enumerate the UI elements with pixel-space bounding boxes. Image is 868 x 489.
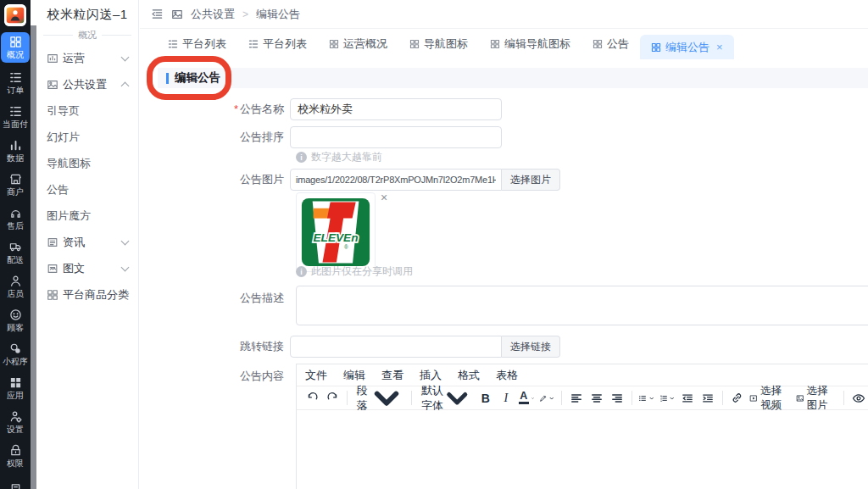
text-color-button[interactable]: A bbox=[516, 388, 537, 408]
rail-item-data[interactable]: 数据 bbox=[0, 134, 31, 168]
announcement-description-textarea[interactable] bbox=[296, 286, 868, 325]
numbered-list-button[interactable] bbox=[657, 388, 677, 408]
sidebar-item-nav-icons[interactable]: 导航图标 bbox=[36, 150, 138, 176]
tab-nav-icons[interactable]: 导航图标 bbox=[398, 29, 479, 59]
tab-operations-overview[interactable]: 运营概况 bbox=[318, 29, 398, 59]
menu-file[interactable]: 文件 bbox=[305, 368, 327, 383]
rail-item-settings[interactable]: 设置 bbox=[0, 405, 31, 439]
choose-image-button[interactable]: 选择图片 bbox=[502, 169, 560, 191]
app-title: 校米粒闪送–1 bbox=[36, 7, 138, 23]
outdent-button[interactable] bbox=[677, 388, 698, 408]
jump-link-input[interactable] bbox=[290, 336, 502, 358]
apps-icon bbox=[9, 376, 22, 389]
breadcrumb-separator: > bbox=[242, 8, 248, 20]
image-text-icon bbox=[47, 263, 58, 275]
sidebar-item-guide-page[interactable]: 引导页 bbox=[36, 97, 138, 124]
field-label: 公告描述 bbox=[188, 287, 290, 309]
toolbar-separator bbox=[411, 391, 412, 405]
menu-edit[interactable]: 编辑 bbox=[343, 368, 365, 383]
remove-image-icon[interactable]: × bbox=[381, 192, 387, 203]
menu-fold-icon[interactable] bbox=[151, 8, 164, 20]
tab-edit-announcement[interactable]: 编辑公告 × bbox=[640, 35, 734, 59]
sidebar-item-announcement[interactable]: 公告 bbox=[36, 176, 138, 203]
form-row-name: *公告名称 bbox=[188, 98, 502, 120]
rail-item-permissions[interactable]: 权限 bbox=[0, 439, 31, 473]
sidebar-item-image-cube[interactable]: 图片魔方 bbox=[36, 203, 138, 229]
undo-button[interactable] bbox=[302, 388, 322, 408]
sidebar-item-slideshow[interactable]: 幻灯片 bbox=[36, 124, 138, 150]
choose-video-button[interactable]: 选择视频 bbox=[747, 388, 793, 408]
rail-item-label: 顾客 bbox=[7, 323, 24, 332]
toolbar-separator bbox=[561, 391, 562, 405]
menu-table[interactable]: 表格 bbox=[496, 368, 518, 383]
choose-image-editor-button[interactable]: 选择图片 bbox=[793, 388, 839, 408]
paragraph-style-select[interactable]: 段落 bbox=[352, 388, 408, 408]
font-family-select[interactable]: 默认字体 bbox=[416, 388, 476, 408]
redo-button[interactable] bbox=[322, 388, 342, 408]
tab-edit-nav-icons[interactable]: 编辑导航图标 bbox=[479, 29, 581, 59]
bullet-list-button[interactable] bbox=[636, 388, 656, 408]
rail-item-customers[interactable]: 顾客 bbox=[0, 303, 31, 337]
announcement-image-path-input[interactable] bbox=[290, 169, 502, 191]
rail-item-staff[interactable]: 店员 bbox=[0, 270, 31, 303]
rail-item-aftersale[interactable]: 售后 bbox=[0, 202, 31, 236]
field-label: *公告名称 bbox=[188, 98, 290, 120]
announcement-sort-input[interactable] bbox=[290, 126, 502, 148]
menu-insert[interactable]: 插入 bbox=[420, 368, 442, 383]
tab-platform-list-2[interactable]: 平台列表 bbox=[237, 29, 318, 59]
menu-format[interactable]: 格式 bbox=[458, 368, 480, 383]
grid-icon bbox=[9, 36, 22, 48]
menu-view[interactable]: 查看 bbox=[381, 368, 403, 383]
rail-item-overview[interactable]: 概况 bbox=[1, 32, 30, 63]
announcement-name-input[interactable] bbox=[290, 98, 502, 120]
lock-icon bbox=[9, 444, 22, 457]
align-left-button[interactable] bbox=[566, 388, 587, 408]
chevron-up-icon bbox=[121, 82, 130, 91]
insert-link-button[interactable] bbox=[726, 388, 747, 408]
sidebar-item-platform-categories[interactable]: 平台商品分类 bbox=[36, 281, 138, 308]
align-center-button[interactable] bbox=[587, 388, 607, 408]
bold-button[interactable]: B bbox=[476, 388, 496, 408]
info-icon: i bbox=[296, 152, 307, 163]
choose-link-button[interactable]: 选择链接 bbox=[502, 336, 560, 358]
sidebar-item-public-settings[interactable]: 公共设置 bbox=[36, 71, 138, 97]
rail-item-miniprogram[interactable]: 小程序 bbox=[0, 337, 31, 371]
tab-close-icon[interactable]: × bbox=[716, 42, 723, 53]
rail-item-label: 设置 bbox=[7, 425, 24, 434]
image-icon bbox=[47, 79, 58, 91]
user-gear-icon bbox=[9, 410, 22, 423]
image-hint: i 此图片仅在分享时调用 bbox=[296, 264, 413, 279]
italic-button[interactable]: I bbox=[496, 388, 516, 408]
rail-item-orders[interactable]: 订单 bbox=[0, 66, 31, 100]
tab-announcement[interactable]: 公告 bbox=[581, 29, 640, 59]
field-label: 公告图片 bbox=[188, 169, 290, 191]
main-area: 公共设置 > 编辑公告 平台列表 平台列表 运营概况 导航图标 编辑导航图标 公… bbox=[140, 0, 868, 489]
svg-text:ELEVEn: ELEVEn bbox=[313, 231, 358, 244]
app-rail: 概况 订单 当面付 数据 商户 售后 配送 店员 顾客 小程序 应用 bbox=[0, 0, 31, 489]
highlight-color-button[interactable] bbox=[537, 388, 557, 408]
rail-item-merchant[interactable]: 商户 bbox=[0, 168, 31, 202]
sidebar-item-operations[interactable]: 运营 bbox=[36, 45, 138, 71]
rail-item-delivery[interactable]: 配送 bbox=[0, 236, 31, 270]
app-logo[interactable] bbox=[4, 4, 26, 26]
breadcrumb-section[interactable]: 公共设置 bbox=[191, 7, 235, 22]
grid-icon bbox=[651, 42, 661, 53]
list-icon bbox=[248, 39, 259, 49]
sidebar-item-image-text[interactable]: 图文 bbox=[36, 255, 138, 281]
form-row-sort: 公告排序 bbox=[188, 126, 502, 148]
breadcrumb-page: 编辑公告 bbox=[256, 7, 300, 22]
rail-scrollbar[interactable] bbox=[31, 25, 36, 489]
preview-eye-button[interactable] bbox=[849, 388, 868, 408]
rail-item-more[interactable] bbox=[0, 473, 31, 489]
rail-item-in-person[interactable]: 当面付 bbox=[0, 100, 31, 134]
indent-button[interactable] bbox=[698, 388, 718, 408]
tab-platform-list-1[interactable]: 平台列表 bbox=[157, 29, 237, 59]
grid-icon bbox=[593, 39, 603, 49]
align-right-button[interactable] bbox=[607, 388, 627, 408]
sidebar-item-news[interactable]: 资讯 bbox=[36, 229, 138, 255]
rail-item-apps[interactable]: 应用 bbox=[0, 371, 31, 405]
chevron-down-icon bbox=[121, 53, 130, 61]
editor-content-area[interactable] bbox=[297, 410, 868, 489]
rail-item-label: 配送 bbox=[7, 255, 24, 264]
svg-text:®: ® bbox=[344, 244, 348, 250]
